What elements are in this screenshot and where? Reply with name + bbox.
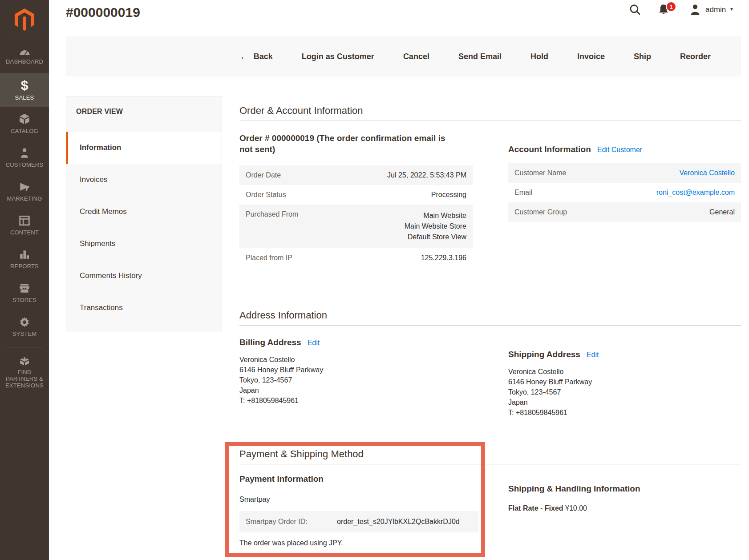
shipping-address-text: Veronica Costello 6146 Honey Bluff Parkw…	[508, 367, 741, 418]
ship-button[interactable]: Ship	[634, 52, 651, 61]
tab-credit-memos[interactable]: Credit Memos	[66, 196, 222, 228]
shipping-address-heading-label: Shipping Address	[508, 350, 580, 359]
admin-menu[interactable]: admin	[705, 5, 726, 14]
shipping-method-name: Flat Rate - Fixed	[508, 504, 563, 512]
order-status-value: Processing	[336, 185, 473, 205]
section-heading: Address Information	[239, 310, 741, 326]
content-icon	[19, 215, 30, 226]
sidebar-item-label: CATALOG	[10, 128, 39, 134]
sidebar-item-label: SYSTEM	[12, 330, 38, 337]
magento-logo-icon	[14, 8, 35, 31]
marketing-icon	[19, 181, 30, 193]
smartpay-order-id-label: Smartpay Order ID:	[246, 518, 337, 526]
dashboard-icon	[19, 48, 31, 56]
account-info-heading-label: Account Information	[508, 145, 591, 154]
row-value: Jul 25, 2022, 5:53:43 PM	[336, 165, 473, 185]
shipping-method-value: Flat Rate - Fixed ¥10.00	[508, 504, 741, 512]
row-label: Order Date	[239, 165, 336, 185]
row-label: Customer Group	[508, 202, 605, 222]
shipping-address-heading: Shipping AddressEdit	[508, 350, 741, 359]
sidebar-divider	[6, 347, 43, 347]
sidebar-item-label: SALES	[14, 94, 35, 101]
sidebar-item-label: CONTENT	[9, 229, 40, 236]
hold-button[interactable]: Hold	[530, 52, 548, 61]
sidebar-item-stores[interactable]: STORES	[0, 276, 49, 310]
row-label: Placed from IP	[239, 248, 336, 268]
tab-shipments[interactable]: Shipments	[66, 228, 222, 260]
payment-shipping-section: Payment & Shipping Method Payment Inform…	[239, 448, 741, 547]
catalog-icon	[19, 113, 30, 125]
table-row: Placed from IP 125.229.3.196	[239, 248, 473, 268]
smartpay-order-id-value: order_test_s20JYlbKXL2QcBakkrDJ0d	[337, 518, 460, 526]
address-info-section: Address Information Billing AddressEdit …	[239, 310, 741, 406]
login-as-customer-button[interactable]: Login as Customer	[302, 52, 374, 61]
chevron-down-icon[interactable]: ▼	[729, 7, 734, 12]
sidebar-item-label: STORES	[12, 297, 37, 303]
back-button[interactable]: ← Back	[240, 51, 273, 62]
sidebar-item-reports[interactable]: REPORTS	[0, 242, 49, 276]
tab-transactions[interactable]: Transactions	[66, 292, 222, 324]
sidebar-nav: DASHBOARD $ SALES CATALOG CUSTOMERS MARK…	[0, 39, 49, 395]
sidebar-item-label: FIND PARTNERS & EXTENSIONS	[0, 369, 49, 389]
row-label: Customer Name	[508, 163, 605, 183]
tab-invoices[interactable]: Invoices	[66, 164, 222, 196]
reports-icon	[19, 249, 30, 260]
notification-count-badge[interactable]: 1	[666, 1, 676, 12]
row-value: General	[605, 202, 741, 222]
smartpay-order-id-row: Smartpay Order ID: order_test_s20JYlbKXL…	[239, 511, 478, 532]
order-number-heading: Order # 000000019 (The order confirmatio…	[239, 133, 449, 155]
row-value: Main Website Main Website Store Default …	[336, 205, 473, 248]
account-info-table: Customer Name Veronica Costello Email ro…	[508, 163, 741, 222]
billing-address-text: Veronica Costello 6146 Honey Bluff Parkw…	[239, 355, 473, 406]
customer-name-link[interactable]: Veronica Costello	[679, 169, 735, 177]
edit-shipping-address-link[interactable]: Edit	[587, 351, 599, 359]
sales-icon: $	[21, 79, 28, 92]
sidebar-item-catalog[interactable]: CATALOG	[0, 107, 49, 141]
edit-customer-link[interactable]: Edit Customer	[597, 146, 642, 153]
magento-logo[interactable]	[4, 0, 45, 39]
row-label: Email	[508, 183, 605, 202]
sidebar-item-sales[interactable]: $ SALES	[0, 73, 49, 107]
table-row: Purchased From Main Website Main Website…	[239, 205, 473, 248]
reorder-button[interactable]: Reorder	[680, 52, 711, 61]
sidebar-item-content[interactable]: CONTENT	[0, 208, 49, 242]
extensions-icon	[19, 355, 30, 366]
section-heading: Payment & Shipping Method	[239, 448, 741, 464]
invoice-button[interactable]: Invoice	[577, 52, 605, 61]
edit-billing-address-link[interactable]: Edit	[308, 339, 320, 346]
shipping-handling-heading: Shipping & Handling Information	[508, 484, 741, 494]
sidebar-item-customers[interactable]: CUSTOMERS	[0, 141, 49, 174]
page-title: #000000019	[66, 5, 140, 20]
sidebar-item-label: MARKETING	[6, 195, 43, 202]
customer-email-link[interactable]: roni_cost@example.com	[656, 189, 735, 196]
table-row: Order Date Jul 25, 2022, 5:53:43 PM	[239, 165, 473, 185]
account-info-heading: Account InformationEdit Customer	[508, 145, 741, 154]
order-view-panel: ORDER VIEW Information Invoices Credit M…	[66, 97, 222, 331]
payment-info-heading: Payment Information	[239, 474, 473, 484]
sidebar: DASHBOARD $ SALES CATALOG CUSTOMERS MARK…	[0, 0, 49, 560]
order-view-title: ORDER VIEW	[66, 97, 222, 126]
sidebar-item-marketing[interactable]: MARKETING	[0, 174, 49, 208]
payment-method: Smartpay	[239, 496, 473, 504]
sidebar-item-system[interactable]: SYSTEM	[0, 310, 49, 343]
back-arrow-icon: ←	[240, 51, 249, 62]
sidebar-item-label: REPORTS	[9, 263, 40, 270]
cancel-button[interactable]: Cancel	[403, 52, 429, 61]
row-value: 125.229.3.196	[336, 248, 473, 268]
sidebar-item-find-partners[interactable]: FIND PARTNERS & EXTENSIONS	[0, 351, 49, 395]
row-label: Purchased From	[239, 205, 336, 248]
section-heading: Order & Account Information	[239, 105, 741, 121]
table-row: Customer Name Veronica Costello	[508, 163, 741, 183]
customers-icon	[19, 147, 30, 159]
search-icon[interactable]	[629, 4, 641, 18]
tab-comments-history[interactable]: Comments History	[66, 260, 222, 292]
billing-address-heading: Billing AddressEdit	[239, 338, 473, 347]
send-email-button[interactable]: Send Email	[458, 52, 502, 61]
currency-note: The order was placed using JPY.	[239, 539, 473, 547]
tab-information[interactable]: Information	[66, 132, 222, 164]
billing-address-heading-label: Billing Address	[239, 338, 301, 347]
admin-avatar-icon[interactable]	[689, 4, 701, 18]
sidebar-item-label: CUSTOMERS	[5, 161, 45, 168]
sidebar-item-dashboard[interactable]: DASHBOARD	[0, 39, 49, 73]
table-row: Customer Group General	[508, 202, 741, 222]
